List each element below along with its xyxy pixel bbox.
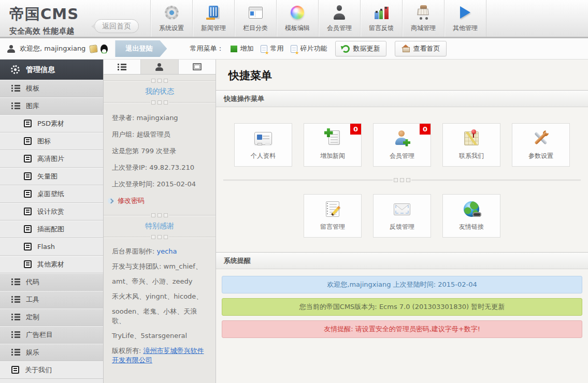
quick-button-label: 参数设置 xyxy=(528,152,553,160)
sidebar-item[interactable]: 矢量图 xyxy=(0,168,103,185)
list-icon xyxy=(11,314,20,320)
palette-icon xyxy=(291,6,304,19)
copyright-label: 版权所有: xyxy=(112,347,144,355)
refresh-icon xyxy=(342,45,350,53)
change-password-link[interactable]: 修改密码 xyxy=(104,193,216,209)
change-password-label: 修改密码 xyxy=(118,196,145,205)
panel-tab[interactable] xyxy=(141,60,178,74)
quick-button[interactable]: 留言管理 xyxy=(304,194,362,238)
sidebar-header: 管理信息 xyxy=(0,60,103,80)
quick-button[interactable]: 友情链接 xyxy=(442,194,500,238)
sidebar-item-label: 其他素材 xyxy=(37,260,64,269)
nav-item[interactable]: 模板编辑 xyxy=(277,0,319,37)
sidebar-item[interactable]: 广告栏目 xyxy=(0,326,103,344)
sidebar-item[interactable]: 其他素材 xyxy=(0,256,103,273)
sidebar-item-label: 高清图片 xyxy=(37,154,64,164)
quick-button[interactable]: 0 会员管理 xyxy=(373,123,431,167)
team-line: sooden、老鬼、小林、天浪歌、 xyxy=(108,304,211,329)
mail-icon xyxy=(394,203,410,215)
toolbar: 欢迎您, majingxiang 退出登陆 常用菜单： 增加 常用 碎片功能 数… xyxy=(0,38,588,60)
nav-item-label: 留言反馈 xyxy=(369,24,394,33)
alerts-section-header: 系统提醒 xyxy=(216,252,588,269)
chart-icon xyxy=(375,6,389,19)
toolbar-link[interactable]: 增加 xyxy=(231,44,253,53)
sidebar-item[interactable]: 代码 xyxy=(0,273,103,291)
status-line: 上次登录IP: 49.82.73.210 xyxy=(108,159,211,176)
count-badge: 0 xyxy=(350,124,361,135)
sidebar-item[interactable]: 图标 xyxy=(0,132,103,150)
nav-item-label: 会员管理 xyxy=(327,24,352,33)
doc-icon xyxy=(24,190,32,198)
team-lines: 开发与支持团队: wm_chief、amt、帝兴、小游、zeedy禾火木风、yi… xyxy=(108,259,211,344)
sidebar-item[interactable]: 设计欣赏 xyxy=(0,203,103,220)
thanks-heading: 特别感谢 xyxy=(104,222,216,231)
sidebar-item[interactable]: 定制 xyxy=(0,308,103,326)
sidebar-item-label: 代码 xyxy=(26,277,39,287)
page-title: 快捷菜单 xyxy=(228,68,588,83)
nav-item[interactable]: 系统设置 xyxy=(151,0,193,37)
doc-icon xyxy=(11,366,19,374)
edit-icon[interactable] xyxy=(89,45,98,53)
sidebar-item[interactable]: 桌面壁纸 xyxy=(0,185,103,203)
quick-button[interactable]: 参数设置 xyxy=(512,123,570,167)
globe-icon xyxy=(464,201,479,217)
list-icon xyxy=(11,331,20,338)
sidebar-item-label: 关于我们 xyxy=(25,365,52,375)
list-icon xyxy=(118,64,126,70)
system-alert: 欢迎您,majingxiang 上次登陆时间: 2015-02-04 xyxy=(222,276,582,293)
sidebar-item[interactable]: 关于我们 xyxy=(0,361,103,379)
sidebar-item-label: 娱乐 xyxy=(26,348,39,357)
sidebar-item[interactable]: 图库 xyxy=(0,97,103,115)
maker-link[interactable]: yecha xyxy=(157,247,177,255)
sidebar-item-label: 桌面壁纸 xyxy=(37,189,64,199)
thanks-section: 后台界面制作: yecha 开发与支持团队: wm_chief、amt、帝兴、小… xyxy=(104,243,216,369)
quick-button[interactable]: 个人资料 xyxy=(234,123,292,167)
sidebar-item-label: 模板 xyxy=(26,84,39,93)
toolbar-link-label: 增加 xyxy=(240,44,253,53)
top-header: 帝国CMS 安全高效 性能卓越 返回首页 系统设置 新闻管理 栏目分类 模板编辑… xyxy=(0,0,588,38)
nav-item[interactable]: 商城管理 xyxy=(403,0,444,37)
sidebar-item-label: 图标 xyxy=(37,137,51,146)
sidebar-item[interactable]: PSD素材 xyxy=(0,115,103,132)
sidebar-item[interactable]: 工具 xyxy=(0,291,103,308)
sidebar-item[interactable]: 模板 xyxy=(0,80,103,97)
nav-item[interactable]: 新闻管理 xyxy=(193,0,235,37)
panel-tab[interactable] xyxy=(104,60,141,74)
back-home-button[interactable]: 返回首页 xyxy=(94,19,139,33)
sidebar-item[interactable]: Flash xyxy=(0,238,103,256)
sidebar-item-label: 工具 xyxy=(26,295,39,304)
divider-squares xyxy=(223,178,581,182)
count-badge: 0 xyxy=(420,124,431,135)
alerts-list: 欢迎您,majingxiang 上次登陆时间: 2015-02-04 您当前的帝… xyxy=(216,269,588,338)
add-news-icon xyxy=(326,130,340,146)
list-icon xyxy=(11,102,20,109)
quick-button-label: 反馈管理 xyxy=(390,223,414,231)
sidebar-item[interactable]: 高清图片 xyxy=(0,150,103,168)
sidebar-item[interactable]: 娱乐 xyxy=(0,344,103,361)
doc-icon xyxy=(24,155,32,163)
plus-icon xyxy=(231,46,237,52)
idcard-icon xyxy=(254,132,272,145)
nav-item[interactable]: 会员管理 xyxy=(319,0,361,37)
status-line: 用户组: 超级管理员 xyxy=(108,126,211,143)
quick-button[interactable]: 反馈管理 xyxy=(373,194,431,238)
nav-item[interactable]: 栏目分类 xyxy=(235,0,277,37)
divider-squares xyxy=(104,100,216,105)
toolbar-link[interactable]: 常用 xyxy=(261,44,283,53)
quick-button[interactable]: 0 增加新闻 xyxy=(304,123,362,167)
divider-squares xyxy=(104,79,216,83)
doc-star-icon xyxy=(291,45,297,53)
member-icon xyxy=(394,130,410,146)
logout-button[interactable]: 退出登陆 xyxy=(115,40,167,57)
toolbar-button[interactable]: 查看首页 xyxy=(395,41,447,56)
nav-item[interactable]: 其他管理 xyxy=(444,0,486,37)
panel-tab[interactable] xyxy=(179,60,216,74)
toolbar-button[interactable]: 数据更新 xyxy=(335,41,386,56)
nav-item-label: 其他管理 xyxy=(453,24,478,33)
nav-item[interactable]: 留言反馈 xyxy=(361,0,403,37)
toolbar-link[interactable]: 碎片功能 xyxy=(291,44,327,53)
qq-icon[interactable] xyxy=(101,45,108,53)
quick-button[interactable]: 联系我们 xyxy=(442,123,500,167)
toolbar-button-label: 数据更新 xyxy=(353,44,380,53)
sidebar-item[interactable]: 插画配图 xyxy=(0,220,103,238)
